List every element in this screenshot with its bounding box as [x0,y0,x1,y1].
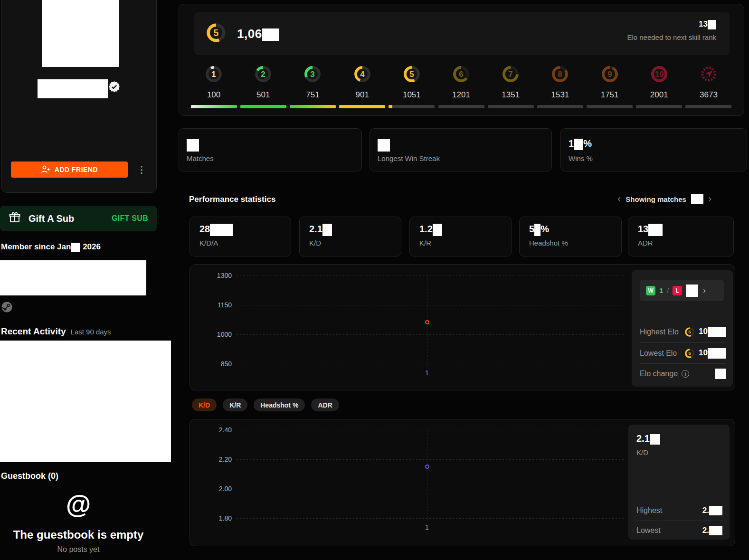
redacted-elo-change [715,369,726,379]
recent-activity-heading: Recent ActivityLast 90 days [1,326,111,337]
gridline [237,518,625,519]
level-gauge-icon: 8 [551,65,569,85]
skill-level-ladder: 1100 2501 3751 4901 51051 61201 71351 81… [189,65,733,108]
win-count: 1 [659,286,663,294]
ladder-elo-threshold: 501 [256,90,270,101]
redacted-match-count [691,194,703,204]
svg-text:5: 5 [688,329,691,334]
svg-text:5: 5 [214,28,219,38]
kd-highest-row: Highest 2. [636,502,722,519]
elo-change-label: Elo change [640,370,678,378]
ladder-level-3: 3751 [288,65,337,108]
ladder-level-6: 61201 [436,65,486,108]
svg-text:2: 2 [261,70,265,79]
ladder-elo-threshold: 1531 [551,90,569,101]
highest-elo-row: Highest Elo 5 10 [640,323,726,342]
at-icon: @ [0,489,157,519]
wins-percent-value: 1% [569,138,592,150]
add-friend-button[interactable]: ADD FRIEND [11,161,128,178]
redacted-wins-digits [574,139,583,150]
ladder-progress-bar [240,105,286,108]
data-point-elo[interactable] [425,320,429,324]
redacted-highest-elo [708,327,726,337]
kd-highest-label: Highest [636,506,699,515]
player-nickname [38,79,108,98]
elo-change-row: Elo change i [640,364,726,383]
data-point-kd[interactable] [425,465,429,469]
redacted-activity-block [0,341,171,462]
gift-sub-button[interactable]: GIFT SUB [112,214,148,223]
stat-tabs: K/D K/R Headshot % ADR [192,399,339,411]
performance-statistics-title: Performance statistics [189,195,275,204]
tab-headshot[interactable]: Headshot % [254,399,305,411]
level-gauge-icon: 5 [684,348,695,359]
ladder-level-1: 1100 [189,65,238,108]
wins-suffix: % [583,138,592,149]
person-add-icon [41,165,50,175]
guestbook-subtext: No posts yet [0,545,157,554]
ladder-progress-bar [587,105,633,108]
gift-a-sub-card: Gift A Sub GIFT SUB [0,206,157,231]
gridline [237,430,625,430]
elo-needed-digits: 13 [699,19,708,28]
member-since-year: 2026 [83,242,101,251]
x-axis-tick: 1 [424,369,430,377]
win-streak-label: Longest Win Streak [378,154,440,162]
ladder-elo-threshold: 1751 [601,90,619,101]
y-axis-tick: 2.00 [190,485,232,493]
ladder-progress-bar [339,105,385,108]
redacted-kd [322,224,332,236]
ladder-progress-bar [537,105,583,108]
tab-kd[interactable]: K/D [192,399,217,411]
ladder-progress-bar [389,105,435,108]
gridline [237,275,625,276]
headshot-value: 5% [529,224,549,236]
elo-side-panel: W 1 / L › Highest Elo 5 10 Lowest Elo 5 [632,270,733,387]
kd-lowest-digits: 2. [702,526,709,535]
steam-icon[interactable] [1,302,12,314]
redacted-loss-count [686,285,698,297]
level-gauge-icon: 2 [254,65,272,85]
win-loss-selector[interactable]: W 1 / L › [640,280,724,301]
svg-text:6: 6 [459,70,463,79]
redacted-kd-highest [709,506,722,515]
ladder-level-10: 102001 [635,65,684,108]
ladder-elo-threshold: 2001 [650,90,668,101]
gridline [237,364,625,364]
kd-lowest-value: 2. [702,526,722,536]
ladder-level-9: 91751 [585,65,635,108]
slash-divider: / [667,287,669,294]
kd-lowest-label: Lowest [636,526,699,535]
kebab-icon[interactable]: ⋮ [137,162,145,177]
ladder-level-2: 2501 [238,65,288,108]
kd-highest-digits: 2. [702,506,709,515]
chevron-right-icon[interactable]: › [708,194,711,204]
ladder-level-8: 81531 [535,65,585,108]
divider [640,363,726,364]
kd-panel-value: 2.1 [636,433,660,445]
tab-kr[interactable]: K/R [223,399,247,411]
svg-text:5: 5 [409,70,414,79]
kda-card: 28 K/D/A [190,217,291,256]
kd-panel-digits: 2.1 [636,433,650,444]
kd-panel-label: K/D [636,448,648,456]
member-since-label: Member since Jan [1,242,71,251]
gift-a-sub-title: Gift A Sub [28,213,74,224]
gridline [237,489,625,489]
ladder-progress-bar [438,105,484,108]
matches-card: Matches [179,128,362,171]
showing-matches-control: ‹ Showing matches › [617,194,735,204]
redacted-elo-digits [262,28,279,41]
headshot-label: Headshot % [529,239,568,247]
y-axis-tick: 1.80 [190,514,232,522]
chevron-left-icon[interactable]: ‹ [617,194,621,204]
gridline [237,334,625,335]
tab-adr[interactable]: ADR [311,399,339,411]
kr-card: 1.2 K/R [409,217,512,256]
ladder-elo-threshold: 100 [207,90,220,101]
info-icon[interactable]: i [682,370,689,378]
verified-badge-icon [109,81,120,94]
gift-icon [9,211,21,226]
chevron-right-icon: › [703,286,706,295]
ladder-progress-bar [488,105,534,108]
